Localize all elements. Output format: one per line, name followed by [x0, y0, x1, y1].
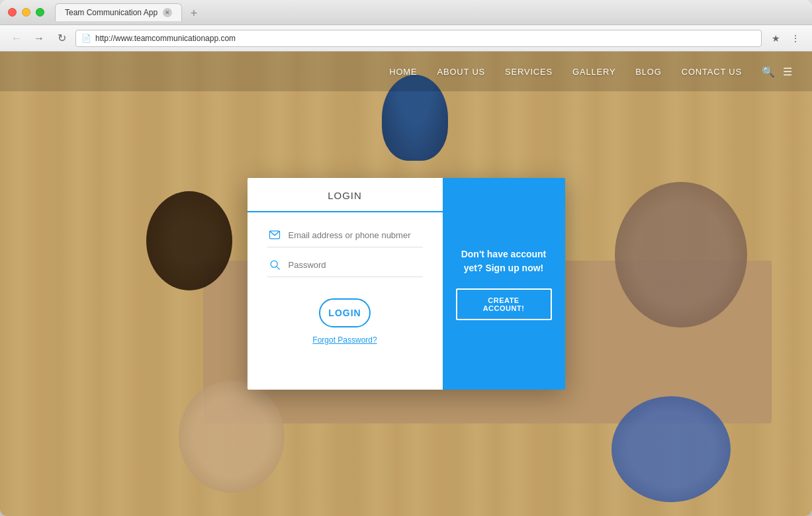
website-content: HOME ABOUT US SERVICES GALLERY BLOG CONT… — [0, 52, 812, 516]
create-account-button[interactable]: CREATE ACCOUNT! — [456, 288, 552, 320]
reload-button[interactable]: ↻ — [53, 30, 70, 47]
login-right-panel: Don't have account yet? Sign up now! CRE… — [443, 178, 565, 390]
password-input[interactable] — [289, 260, 423, 270]
svg-line-2 — [277, 267, 279, 269]
login-form — [248, 212, 443, 293]
forgot-password-link[interactable]: Forgot Password? — [304, 327, 384, 353]
email-input-row — [267, 228, 423, 247]
login-button[interactable]: LOGIN — [319, 298, 370, 327]
url-text: http://www.teamcommunicationapp.com — [95, 34, 756, 43]
minimize-button[interactable] — [22, 8, 30, 17]
close-button[interactable] — [8, 8, 17, 17]
browser-menu-icon[interactable]: ⋮ — [787, 30, 804, 47]
svg-point-1 — [271, 261, 277, 267]
tab-title: Team Communication App — [65, 8, 158, 17]
maximize-button[interactable] — [36, 8, 44, 17]
signup-text: Don't have account yet? Sign up now! — [456, 247, 552, 275]
tab-close-icon[interactable]: ✕ — [163, 8, 172, 17]
forward-button[interactable]: → — [30, 30, 48, 47]
login-modal: LOGIN — [248, 178, 565, 390]
back-button[interactable]: ← — [8, 30, 25, 47]
toolbar: ← → ↻ 📄 http://www.teamcommunicationapp.… — [0, 25, 812, 52]
bookmark-icon[interactable]: ★ — [767, 30, 784, 47]
new-tab-button[interactable]: + — [185, 5, 203, 21]
email-input[interactable] — [289, 230, 423, 240]
password-icon — [267, 258, 282, 271]
toolbar-actions: ★ ⋮ — [767, 30, 804, 47]
tab-area: Team Communication App ✕ + — [55, 3, 804, 21]
address-bar[interactable]: 📄 http://www.teamcommunicationapp.com — [75, 30, 762, 47]
page-icon: 📄 — [81, 34, 91, 43]
login-title-bar: LOGIN — [248, 178, 443, 212]
title-bar: Team Communication App ✕ + — [0, 0, 812, 25]
login-left-panel: LOGIN — [248, 178, 443, 390]
password-input-row — [267, 258, 423, 277]
browser-tab[interactable]: Team Communication App ✕ — [55, 3, 182, 21]
email-icon — [267, 228, 282, 241]
login-title: LOGIN — [328, 190, 362, 201]
traffic-lights — [8, 8, 44, 17]
modal-overlay: LOGIN — [0, 52, 812, 516]
browser-window: Team Communication App ✕ + ← → ↻ 📄 http:… — [0, 0, 812, 516]
